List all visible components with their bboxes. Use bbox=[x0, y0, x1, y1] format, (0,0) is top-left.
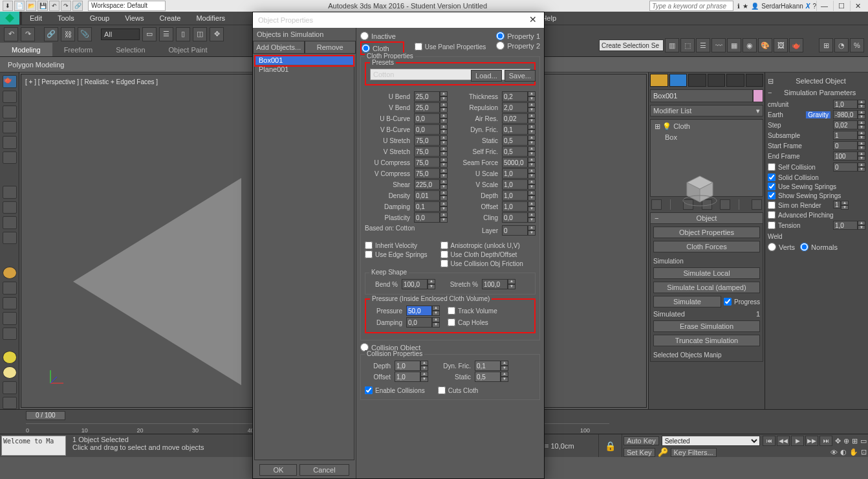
tab-modeling[interactable]: Modeling bbox=[0, 43, 52, 56]
enable-collisions-check[interactable] bbox=[365, 386, 373, 394]
stack-item-cloth[interactable]: ⊞ 💡 Cloth bbox=[652, 121, 761, 132]
hierarchy-tab-icon[interactable] bbox=[688, 74, 706, 87]
static-spinner[interactable] bbox=[502, 135, 528, 146]
undo-icon[interactable]: ↶ bbox=[49, 1, 60, 11]
object-properties-button[interactable]: Object Properties bbox=[653, 227, 760, 238]
tool-icon[interactable] bbox=[3, 216, 17, 229]
dynfric-spinner[interactable] bbox=[502, 124, 528, 135]
check[interactable] bbox=[365, 251, 373, 258]
expand-icon[interactable]: ⊟ bbox=[768, 77, 774, 85]
layers-icon[interactable]: ☰ bbox=[696, 38, 710, 52]
new-icon[interactable]: 📄 bbox=[14, 1, 25, 11]
sphere-icon[interactable] bbox=[3, 267, 17, 280]
seamforce-spinner[interactable] bbox=[502, 157, 528, 168]
keyfilters-button[interactable]: Key Filters... bbox=[671, 448, 717, 457]
coll-depth-spinner[interactable] bbox=[395, 361, 420, 371]
undo-icon[interactable]: ↶ bbox=[4, 27, 18, 41]
light-icon[interactable] bbox=[3, 351, 17, 364]
weld-normals-radio[interactable] bbox=[800, 243, 808, 251]
mirror-icon[interactable]: ▥ bbox=[665, 38, 679, 52]
viewport-nav-icon[interactable]: ⊡ bbox=[861, 448, 867, 456]
object-color-swatch[interactable] bbox=[753, 89, 763, 102]
cmunit-spinner[interactable] bbox=[833, 100, 858, 109]
cap-holes-check[interactable] bbox=[448, 318, 455, 326]
app-menu-icon[interactable]: ⬇ bbox=[3, 1, 13, 11]
subsample-spinner[interactable] bbox=[833, 131, 858, 140]
simulate-button[interactable]: Simulate bbox=[653, 296, 721, 307]
depth-spinner[interactable] bbox=[502, 190, 528, 201]
step-spinner[interactable] bbox=[833, 120, 858, 129]
selffric-spinner[interactable] bbox=[502, 146, 528, 157]
stretch-pct-spinner[interactable] bbox=[482, 279, 508, 289]
erase-simulation-button[interactable]: Erase Simulation bbox=[653, 320, 760, 332]
keyfilter-selected[interactable]: Selected bbox=[662, 436, 760, 446]
tab-selection[interactable]: Selection bbox=[104, 43, 157, 56]
menu-views[interactable]: Views bbox=[117, 12, 151, 25]
unlink-icon[interactable]: ⛓ bbox=[61, 27, 75, 41]
dialog-close-button[interactable]: ✕ bbox=[527, 14, 539, 26]
menu-edit[interactable]: Edit bbox=[22, 12, 50, 25]
render-frame-icon[interactable]: 🖼 bbox=[774, 38, 788, 52]
check[interactable] bbox=[768, 201, 776, 209]
load-preset-button[interactable]: Load... bbox=[471, 70, 502, 82]
check[interactable] bbox=[440, 251, 448, 258]
play-icon[interactable]: ▶ bbox=[791, 436, 804, 446]
curve-editor-icon[interactable]: 〰 bbox=[711, 38, 726, 52]
cling-spinner[interactable] bbox=[502, 212, 528, 223]
viewport-nav-icon[interactable]: ✋ bbox=[849, 448, 858, 456]
cloth-radio[interactable] bbox=[362, 44, 370, 52]
rollout-object-header[interactable]: Object bbox=[697, 214, 717, 222]
lock-icon[interactable]: 🔒 bbox=[605, 441, 616, 451]
vstretch-spinner[interactable] bbox=[414, 146, 440, 157]
redo-icon[interactable]: ↷ bbox=[21, 27, 35, 41]
cancel-button[interactable]: Cancel bbox=[299, 464, 349, 476]
star-icon[interactable]: ★ bbox=[743, 3, 748, 10]
viewcube-icon[interactable] bbox=[680, 170, 719, 210]
check[interactable] bbox=[440, 260, 448, 267]
track-volume-check[interactable] bbox=[448, 307, 455, 315]
sim-params-header[interactable]: Simulation Parameters bbox=[774, 87, 865, 98]
simulate-local-button[interactable]: Simulate Local bbox=[653, 267, 760, 279]
remove-mod-icon[interactable] bbox=[720, 199, 730, 210]
inactive-radio[interactable] bbox=[360, 32, 369, 40]
startframe-spinner[interactable] bbox=[833, 141, 858, 150]
objects-list[interactable]: Box001 Plane001 bbox=[254, 55, 354, 460]
align-icon[interactable]: ⬚ bbox=[680, 38, 695, 52]
vbend-spinner[interactable] bbox=[414, 102, 440, 113]
time-slider[interactable]: 0 / 100 bbox=[26, 411, 65, 420]
tension-check[interactable] bbox=[768, 221, 776, 229]
use-panel-props-check[interactable] bbox=[415, 43, 422, 50]
check[interactable] bbox=[768, 211, 776, 219]
select-name-icon[interactable]: ☰ bbox=[159, 27, 173, 41]
teapot-icon[interactable]: 🫖 bbox=[3, 75, 17, 88]
tool-icon[interactable] bbox=[3, 106, 17, 118]
teapot2-icon[interactable] bbox=[3, 312, 17, 325]
viewport-nav-icon[interactable]: 👁 bbox=[830, 449, 838, 456]
viewport-label[interactable]: [ + ] [ Perspective ] [ Realistic + Edge… bbox=[25, 78, 158, 85]
modify-tab-icon[interactable] bbox=[669, 74, 688, 87]
bind-icon[interactable]: 📎 bbox=[78, 27, 92, 41]
stack-item-box[interactable]: Box bbox=[652, 132, 761, 142]
tab-freeform[interactable]: Freeform bbox=[52, 43, 105, 56]
redo-icon[interactable]: ↷ bbox=[61, 1, 71, 11]
layer-spinner[interactable] bbox=[502, 225, 528, 236]
check[interactable] bbox=[768, 192, 776, 199]
add-objects-button[interactable]: Add Objects... bbox=[253, 41, 305, 54]
menu-create[interactable]: Create bbox=[151, 12, 188, 25]
shear-spinner[interactable] bbox=[414, 179, 440, 190]
motion-tab-icon[interactable] bbox=[708, 74, 726, 87]
render-icon[interactable]: 🫖 bbox=[789, 38, 803, 52]
open-icon[interactable]: 📂 bbox=[26, 1, 36, 11]
next-frame-icon[interactable]: ▶▶ bbox=[805, 436, 818, 446]
tool-icon[interactable] bbox=[3, 201, 17, 214]
cloth-forces-button[interactable]: Cloth Forces bbox=[653, 241, 760, 252]
coll-offset-spinner[interactable] bbox=[395, 372, 420, 382]
object-name-field[interactable] bbox=[650, 89, 753, 102]
progress-check[interactable] bbox=[724, 298, 732, 306]
list-item[interactable]: Plane001 bbox=[255, 65, 354, 74]
check[interactable] bbox=[768, 173, 776, 181]
list-item[interactable]: Box001 bbox=[255, 56, 354, 65]
endframe-spinner[interactable] bbox=[833, 151, 858, 161]
ucompress-spinner[interactable] bbox=[414, 157, 440, 168]
help-search[interactable] bbox=[649, 1, 733, 11]
